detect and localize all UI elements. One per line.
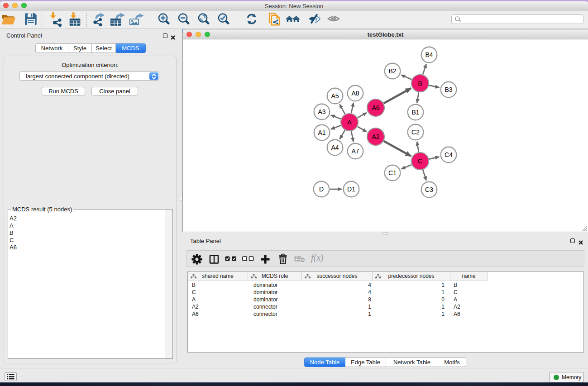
svg-text:A2: A2	[372, 133, 379, 140]
svg-text:C4: C4	[445, 151, 453, 158]
svg-text:A3: A3	[318, 108, 325, 115]
svg-text:C3: C3	[425, 186, 433, 193]
svg-text:C2: C2	[411, 129, 420, 136]
svg-text:B4: B4	[425, 51, 433, 58]
svg-text:B: B	[418, 80, 422, 87]
svg-text:A8: A8	[351, 90, 359, 97]
svg-text:A7: A7	[351, 148, 359, 155]
svg-text:B1: B1	[411, 109, 419, 116]
svg-text:B2: B2	[388, 67, 396, 75]
svg-text:D: D	[319, 186, 324, 193]
svg-text:C1: C1	[388, 169, 397, 176]
svg-text:A5: A5	[331, 92, 339, 100]
svg-text:A4: A4	[331, 144, 339, 151]
svg-text:A1: A1	[318, 129, 325, 136]
svg-text:B3: B3	[445, 86, 452, 93]
svg-text:A: A	[347, 119, 352, 126]
svg-text:C: C	[418, 157, 422, 165]
svg-text:A6: A6	[372, 104, 379, 111]
svg-text:D1: D1	[347, 186, 355, 193]
